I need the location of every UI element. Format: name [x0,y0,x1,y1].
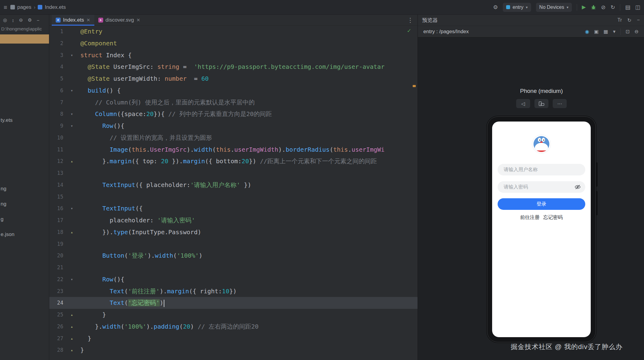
line-number: 16 [49,203,63,214]
code-line-16[interactable]: 16▾ TextInput({ [49,203,418,214]
preview-controls: ◁ ⋯ [487,99,596,108]
code-line-1[interactable]: 1@Entry [49,26,418,37]
fold-marker-icon[interactable]: ▾ [63,49,80,61]
code-line-26[interactable]: 26▴ }.width('100%').padding(20) // 左右两边的… [49,321,418,333]
breadcrumb-folder[interactable]: pages [17,4,31,10]
code-line-14[interactable]: 14 TextInput({ placeholder:'请输入用户名称' }) [49,179,418,191]
code-line-12[interactable]: 12▴ }.margin({ top: 20 }).margin({ botto… [49,155,418,167]
stop-button[interactable]: ⊘ [601,5,606,10]
code-line-2[interactable]: 2@Component [49,37,418,49]
code-line-6[interactable]: 6▾ build() { [49,85,418,97]
run-button[interactable]: ▶ [582,5,586,10]
code-line-17[interactable]: 17 placeholder: '请输入密码' [49,214,418,226]
tab-options-kebab-icon[interactable]: ⋮ [407,16,418,24]
code-line-22[interactable]: 22▾ Row(){ [49,274,418,285]
code-line-4[interactable]: 4 @State UserImgSrc: string = 'https://p… [49,61,418,73]
code-line-15[interactable]: 15 [49,191,418,203]
fold-marker-icon[interactable]: ▾ [63,108,80,120]
sort-icon[interactable]: ↕ [12,18,14,23]
login-button[interactable]: 登录 [498,198,585,210]
previous-page-button[interactable]: ◁ [516,99,530,108]
code-line-8[interactable]: 8▾ Column({space:20}){ // 列中的子元素垂直方向是20的… [49,108,418,120]
selected-tree-row[interactable] [0,34,49,44]
username-input[interactable]: 请输入用户名称 [498,164,585,175]
inspections-ok-icon[interactable]: ✓ [407,27,411,34]
code-line-18[interactable]: 18▴ }).type(InputType.Password) [49,226,418,238]
inspect-component-icon[interactable]: ◉ [585,29,589,34]
settings-gear-icon[interactable]: ⚙ [493,5,498,10]
project-tree-item[interactable]: ng [1,185,6,193]
tab-index-ets[interactable]: e Index.ets ✕ [52,15,94,26]
restart-button[interactable]: ↻ [611,5,615,10]
code-line-25[interactable]: 25▴ } [49,309,418,321]
fold-marker-icon[interactable]: ▾ [63,85,80,97]
code-line-28[interactable]: 28▴} [49,344,418,356]
project-tree-item[interactable]: ty.ets [1,116,12,124]
hide-previewer-icon[interactable]: − [637,17,640,23]
layout-panel-icon[interactable]: ▤ [625,5,630,10]
run-config-dropdown[interactable]: entry ▾ [503,3,531,12]
project-tree-item[interactable]: e.json [1,231,14,238]
chevron-down-icon[interactable]: ▾ [613,29,615,34]
project-tree-item[interactable]: g [1,215,3,223]
close-icon[interactable]: ✕ [86,17,90,23]
code-line-7[interactable]: 7 // Column(列) 使用之后，里面的元素默认是水平居中的 [49,97,418,108]
code-text: }.margin({ top: 20 }).margin({ bottom:20… [80,155,418,167]
forgot-password-link[interactable]: 忘记密码 [543,214,563,221]
project-tree-item[interactable]: ng [1,200,6,208]
code-line-21[interactable]: 21 [49,262,418,274]
device-dropdown[interactable]: No Devices ▾ [536,3,572,12]
fold-marker-icon[interactable]: ▾ [63,274,80,285]
fold-marker-icon[interactable]: ▴ [63,333,80,344]
code-line-19[interactable]: 19 [49,238,418,250]
fold-marker-icon[interactable]: ▴ [63,344,80,356]
frame-fit-icon[interactable]: ⊡ [625,29,629,34]
code-line-23[interactable]: 23 Text('前往注册').margin({ right:10}) [49,285,418,297]
more-options-button[interactable]: ⋯ [553,99,567,108]
code-line-11[interactable]: 11 Image(this.UserImgSrc).width(this.use… [49,144,418,156]
code-text: Text('前往注册').margin({ right:10}) [80,285,418,297]
line-number: 10 [49,132,63,144]
code-line-9[interactable]: 9▾ Row(){ [49,120,418,132]
collapse-all-icon[interactable]: ⊖ [19,17,23,23]
line-number: 9 [49,120,63,132]
fold-marker-icon[interactable]: ▴ [63,155,80,167]
rotate-device-button[interactable] [534,99,548,108]
code-line-20[interactable]: 20 Button('登录').width('100%') [49,250,418,262]
tab-discover-svg[interactable]: s discover.svg ✕ [94,15,144,26]
code-line-13[interactable]: 13 [49,167,418,179]
scrollbar-change-marker[interactable] [413,85,416,87]
code-editor[interactable]: 1@Entry2@Component3▾struct Index {4 @Sta… [49,26,418,360]
line-number: 20 [49,250,63,262]
hide-panel-icon[interactable]: − [37,18,40,23]
code-line-27[interactable]: 27▴ } [49,333,418,344]
fold-marker-icon[interactable]: ▴ [63,309,80,321]
fold-gutter [63,191,80,203]
code-line-24[interactable]: 24 Text('忘记密码') [49,297,418,309]
split-view-icon[interactable]: ◫ [635,5,640,10]
layers-icon[interactable]: ▣ [594,29,599,34]
fold-marker-icon[interactable]: ▴ [63,226,80,238]
password-visibility-icon[interactable] [574,184,581,190]
code-line-5[interactable]: 5 @State userImgWidth: number = 60 [49,73,418,85]
code-text: } [80,333,418,344]
fold-marker-icon[interactable]: ▴ [63,321,80,333]
debug-button[interactable] [591,5,596,10]
locate-file-icon[interactable]: ◎ [3,17,7,23]
fold-marker-icon[interactable]: ▾ [63,203,80,214]
multi-device-grid-icon[interactable]: ▦ [604,29,608,34]
breadcrumb-file[interactable]: Index.ets [45,4,66,10]
zoom-out-icon[interactable]: ⊖ [635,29,639,34]
user-avatar[interactable] [532,135,551,154]
code-line-3[interactable]: 3▾struct Index { [49,49,418,61]
close-icon[interactable]: ✕ [136,17,140,23]
password-input[interactable]: 请输入密码 [498,181,585,193]
fold-marker-icon[interactable]: ▾ [63,120,80,132]
project-settings-icon[interactable]: ⚙ [28,17,32,23]
refresh-preview-icon[interactable]: ↻ [627,17,631,23]
main-menu-icon[interactable]: ≡ [4,4,7,10]
register-link[interactable]: 前往注册 [520,214,540,221]
tab-label: discover.svg [106,17,134,23]
code-line-10[interactable]: 10 // 设置图片的宽高，并且设置为圆形 [49,132,418,144]
text-render-icon[interactable]: Tr [618,17,622,23]
